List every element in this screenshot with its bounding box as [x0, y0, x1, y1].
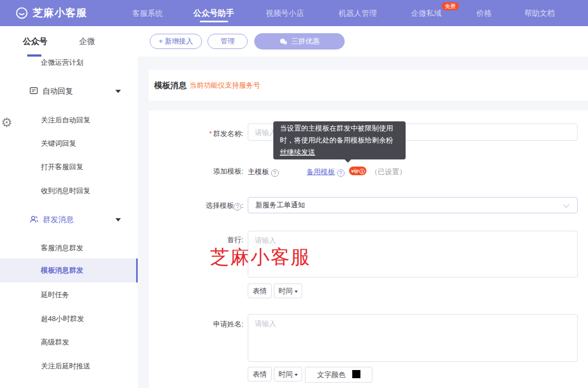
vip-badge: vip3: [349, 167, 366, 175]
emoji-button[interactable]: 表情: [248, 284, 272, 298]
tooltip-arrow: [344, 159, 352, 163]
time-dropdown-button[interactable]: 时间: [274, 367, 302, 381]
tab-qiwei[interactable]: 企微: [79, 26, 95, 57]
triangle-down-icon: [295, 291, 298, 293]
applicant-textarea[interactable]: [248, 314, 578, 362]
sidebar-item-delay-task[interactable]: 延时任务: [41, 290, 69, 300]
promo-button[interactable]: 三拼优惠: [254, 33, 345, 50]
sidebar-item-mass-message[interactable]: 群发消息: [29, 214, 74, 225]
field-label-firstline: 首行:: [149, 236, 243, 244]
logo-icon: [15, 7, 28, 20]
question-icon[interactable]: ?: [337, 169, 345, 177]
nav-item-shipinhao-shop[interactable]: 视频号小店: [266, 0, 304, 26]
brand-title: 芝麻小客服: [33, 6, 87, 20]
page-header-panel: 模板消息 当前功能仅支持服务号: [149, 70, 588, 101]
sidebar-item-follow-delay-push[interactable]: 关注后延时推送: [41, 361, 90, 372]
question-icon[interactable]: ?: [234, 203, 241, 211]
backup-template-link[interactable]: 备用模板 ?: [307, 167, 345, 177]
tab-active-underline: [27, 54, 41, 57]
tab-gongzhonghao[interactable]: 公众号: [23, 26, 47, 57]
chevron-down-icon[interactable]: [115, 218, 121, 221]
sidebar-item-keyword-reply[interactable]: 关键词回复: [41, 138, 76, 149]
nav-item-robot-manage[interactable]: 机器人管理: [339, 0, 377, 26]
time-dropdown-button[interactable]: 时间: [274, 284, 302, 298]
nav-item-qiwei-siyu[interactable]: 企微私域免费: [411, 0, 442, 26]
gear-icon[interactable]: ⚙: [1, 115, 13, 130]
triangle-down-icon: [295, 374, 298, 376]
sidebar-item-follow-auto-reply[interactable]: 关注后自动回复: [41, 115, 90, 126]
emoji-button[interactable]: 表情: [248, 367, 272, 381]
sidebar-item-auto-reply[interactable]: 自动回复: [29, 85, 73, 96]
color-swatch: [352, 370, 360, 378]
nav-active-underline: [200, 21, 228, 22]
chat-bubbles-icon: [279, 38, 287, 45]
sidebar-item-on-message-reply[interactable]: 收到消息时回复: [41, 186, 90, 196]
sidebar-item-advanced-send[interactable]: 高级群发: [41, 337, 69, 348]
nav-item-gongzhonghao-helper[interactable]: 公众号助手: [193, 0, 234, 26]
chevron-down-icon: [563, 201, 569, 207]
template-set-status: （已设置）: [371, 167, 406, 177]
chevron-down-icon[interactable]: [115, 90, 121, 93]
brand[interactable]: 芝麻小客服: [15, 0, 87, 26]
message-icon: [29, 87, 38, 95]
sub-header: 公众号 企微 + 新增接入 管理 三拼优惠: [0, 26, 588, 57]
top-navbar: 芝麻小客服 客服系统 公众号助手 视频号小店 机器人管理 企微私域免费 价格 帮…: [0, 0, 588, 26]
field-label-applicant: 申请姓名:: [149, 320, 243, 329]
question-icon[interactable]: ?: [271, 169, 279, 177]
users-icon: [29, 215, 39, 224]
add-access-button[interactable]: + 新增接入: [150, 34, 202, 49]
sidebar-item-kefu-mass-send[interactable]: 客服消息群发: [41, 243, 83, 254]
text-color-button[interactable]: 文字颜色: [305, 367, 372, 383]
watermark-text: 芝麻小客服: [210, 244, 311, 270]
sidebar-item-over-48h-send[interactable]: 超48小时群发: [41, 313, 84, 324]
field-label-name: *群发名称:: [149, 130, 243, 138]
page-title-note: 当前功能仅支持服务号: [189, 70, 260, 101]
nav-item-kefu-system[interactable]: 客服系统: [132, 0, 163, 26]
page-title: 模板消息: [154, 70, 187, 101]
sidebar-item-cut-off[interactable]: 群发SOP: [41, 386, 70, 388]
manage-button[interactable]: 管理: [207, 34, 248, 49]
field-label-select-template: 选择模板?:: [149, 201, 243, 211]
tooltip: 当设置的主模板在群发中被限制使用 时，将使用此处的备用模板给剩余粉 丝继续发送: [273, 121, 406, 159]
field-label-add-template: 添加模板:: [149, 167, 243, 176]
template-select[interactable]: 新服务工单通知: [248, 197, 578, 213]
free-badge: 免费: [442, 2, 459, 10]
primary-template-label: 主模板 ?: [248, 167, 279, 177]
sidebar-item-qiwei-plan[interactable]: 企微运营计划: [41, 57, 83, 68]
sidebar-item-open-kefu-reply[interactable]: 打开客服回复: [41, 162, 83, 173]
nav-item-help-docs[interactable]: 帮助文档: [524, 0, 555, 26]
sidebar-item-template-mass-send[interactable]: 模板消息群发: [41, 265, 83, 276]
nav-item-price[interactable]: 价格: [476, 0, 492, 26]
sidebar: 企微运营计划 自动回复 关注后自动回复 关键词回复 打开客服回复 收到消息时回复…: [0, 57, 138, 388]
